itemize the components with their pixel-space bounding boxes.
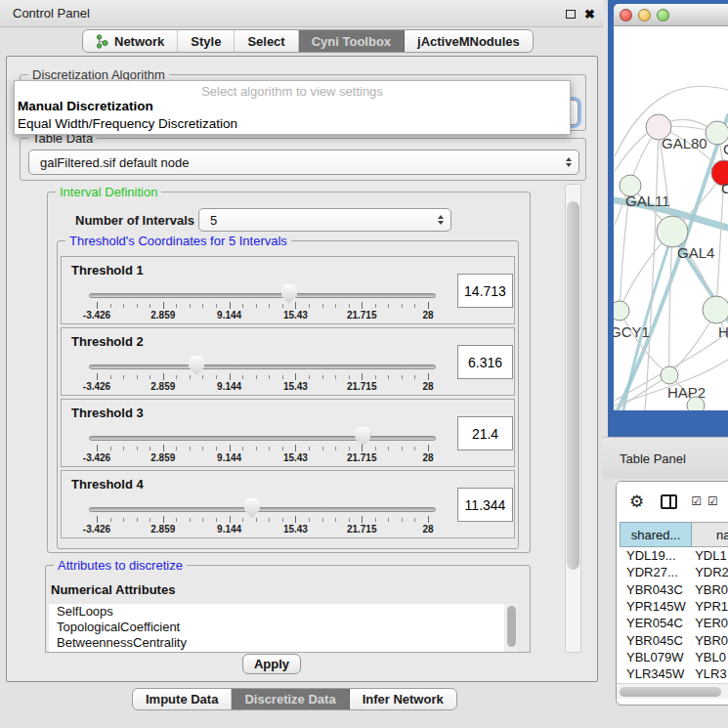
tick-mark (202, 304, 203, 308)
tick-mark (388, 518, 389, 522)
threshold-value-field[interactable]: 11.344 (457, 488, 513, 522)
bottom-tab-discretize-data[interactable]: Discretize Data (232, 689, 349, 709)
cell-name: YBR0 (690, 582, 728, 597)
attribute-list-item[interactable]: BetweennessCentrality (49, 635, 504, 651)
tick-mark (362, 445, 363, 451)
slider-thumb[interactable] (189, 356, 204, 375)
slider-ticks (97, 302, 428, 310)
combo-stepper-icon[interactable] (566, 157, 572, 167)
cell-shared-name: YBR045C (620, 633, 690, 648)
table-row[interactable]: YBR045CYBR0 (620, 631, 728, 648)
threshold-value-field[interactable]: 21.4 (457, 416, 513, 450)
tab-label: Discretize Data (244, 692, 335, 707)
tick-mark (242, 447, 243, 450)
network-window-titlebar[interactable] (614, 4, 728, 26)
tick-mark (202, 447, 203, 450)
tick-mark (256, 375, 257, 379)
tick-label: 21.715 (347, 524, 377, 535)
tick-mark (295, 302, 296, 309)
close-window-icon[interactable] (620, 9, 632, 21)
checkbox-icon[interactable]: ☑ (691, 495, 702, 507)
tick-mark (349, 518, 350, 522)
tick-label: 9.144 (217, 452, 241, 463)
table-row[interactable]: YDR27...YDR2 (620, 564, 728, 580)
checkbox-icon[interactable]: ☑ (707, 495, 718, 507)
network-canvas[interactable]: GAL80GCGAL11GAL4GCY1HHAP2 (614, 26, 728, 410)
network-node-label: G (723, 141, 728, 157)
bottom-tab-infer-network[interactable]: Infer Network (350, 689, 456, 709)
network-node-hap2[interactable] (661, 366, 678, 384)
tick-mark (242, 304, 243, 308)
panel-scrollbar-thumb[interactable] (567, 201, 579, 570)
network-node-h[interactable] (703, 296, 728, 323)
tab-jactivemnodules[interactable]: jActiveMNodules (405, 30, 533, 52)
algorithm-popup-item[interactable]: Equal Width/Frequency Discretization (15, 116, 570, 134)
tick-mark (428, 302, 429, 309)
tick-label: 9.144 (217, 381, 241, 392)
tick-mark (414, 447, 415, 450)
tick-label: 28 (422, 310, 433, 321)
network-graph[interactable]: GAL80GCGAL11GAL4GCY1HHAP2 (614, 26, 728, 410)
number-of-intervals-combo[interactable]: 5 (198, 208, 451, 232)
algorithm-popup-item[interactable]: Manual Discretization (15, 99, 570, 116)
tick-mark (110, 375, 111, 379)
network-node-gal4[interactable] (657, 216, 688, 247)
tick-mark (388, 447, 389, 450)
tab-network[interactable]: Network (83, 30, 178, 52)
gear-icon[interactable]: ⚙ (629, 493, 644, 510)
table-row[interactable]: YDL19...YDL1 (620, 547, 728, 564)
threshold-value-field[interactable]: 14.713 (457, 274, 513, 308)
table-row[interactable]: YLR345WYLR3 (620, 665, 728, 682)
threshold-label: Threshold 4 (71, 477, 144, 492)
float-panel-icon[interactable] (566, 10, 576, 19)
slider-track[interactable] (89, 436, 436, 441)
tick-mark (269, 304, 270, 308)
table-hscrollbar[interactable] (617, 683, 728, 699)
column-header-name[interactable]: na (692, 522, 728, 547)
table-row[interactable]: YBR043CYBR0 (620, 581, 728, 598)
table-row[interactable]: YPR145WYPR1 (620, 598, 728, 615)
tab-style[interactable]: Style (178, 30, 235, 52)
table-row[interactable]: YBL079WYBL0 (620, 649, 728, 665)
cell-name: YBL0 (690, 650, 728, 664)
slider-thumb[interactable] (355, 427, 370, 447)
column-header-shared-name[interactable]: shared... (620, 522, 692, 547)
tick-mark (216, 375, 217, 379)
attributes-list-scrollbar[interactable] (505, 604, 517, 652)
attributes-list-scrollbar-thumb[interactable] (507, 606, 516, 647)
threshold-value-field[interactable]: 6.316 (457, 345, 513, 379)
apply-button[interactable]: Apply (242, 654, 301, 674)
tab-select[interactable]: Select (235, 30, 298, 52)
tick-mark (150, 375, 150, 379)
network-node-gcy1[interactable] (614, 301, 629, 321)
bottom-tab-impute-data[interactable]: Impute Data (133, 689, 232, 709)
combo-stepper-icon[interactable] (438, 215, 444, 225)
attribute-list-item[interactable]: TopologicalCoefficient (49, 620, 504, 635)
tick-label: 2.859 (150, 524, 175, 535)
slider-track[interactable] (89, 507, 436, 512)
cell-name: YPR1 (690, 599, 728, 614)
slider-thumb[interactable] (281, 284, 297, 304)
attribute-list-item[interactable]: SelfLoops (49, 604, 504, 620)
tick-mark (375, 304, 376, 308)
table-row[interactable]: YER054CYER0 (620, 615, 728, 631)
tick-mark (375, 375, 376, 379)
tick-mark (349, 304, 350, 308)
slider-track[interactable] (89, 293, 436, 298)
slider-thumb[interactable] (244, 498, 260, 518)
table-hscrollbar-thumb[interactable] (620, 687, 721, 697)
cell-name: YDL1 (690, 548, 728, 563)
close-icon[interactable]: ✖ (584, 8, 595, 21)
tab-cyni-toolbox[interactable]: Cyni Toolbox (299, 30, 405, 52)
slider-track[interactable] (89, 364, 436, 369)
tick-label: -3.426 (83, 524, 110, 535)
panel-scrollbar[interactable] (565, 184, 581, 653)
table-data-combo[interactable]: galFiltered.sif default node (28, 150, 579, 175)
zoom-window-icon[interactable] (657, 9, 669, 21)
threshold-label: Threshold 2 (71, 334, 144, 349)
tick-mark (137, 447, 138, 450)
minimize-window-icon[interactable] (638, 9, 651, 21)
threshold-row: Threshold 2-3.4262.8599.14415.4321.71528… (61, 327, 515, 396)
columns-icon[interactable] (661, 494, 677, 509)
network-node[interactable] (687, 397, 705, 410)
